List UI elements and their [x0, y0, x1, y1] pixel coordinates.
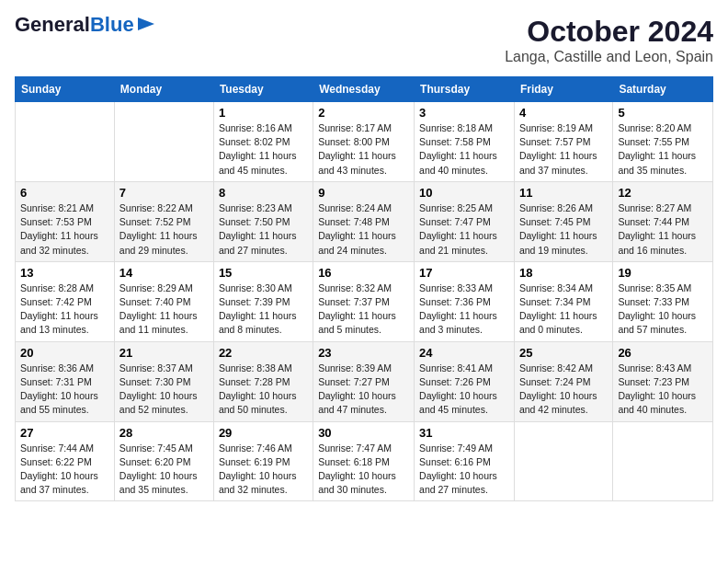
day-info: Sunrise: 8:36 AMSunset: 7:31 PMDaylight:…: [20, 362, 98, 416]
logo-icon: [136, 14, 156, 34]
day-number: 23: [318, 346, 409, 360]
logo-text: GeneralBlue: [15, 15, 134, 35]
day-number: 5: [618, 106, 708, 120]
day-cell: 3Sunrise: 8:18 AMSunset: 7:58 PMDaylight…: [415, 102, 515, 182]
day-number: 19: [618, 266, 708, 280]
day-info: Sunrise: 8:24 AMSunset: 7:48 PMDaylight:…: [318, 202, 396, 256]
header-day-tuesday: Tuesday: [213, 77, 313, 102]
day-number: 29: [219, 426, 308, 440]
day-info: Sunrise: 8:16 AMSunset: 8:02 PMDaylight:…: [219, 122, 297, 176]
day-cell: [114, 102, 213, 182]
day-cell: [16, 102, 115, 182]
day-cell: 27Sunrise: 7:44 AMSunset: 6:22 PMDayligh…: [16, 421, 115, 501]
day-cell: 29Sunrise: 7:46 AMSunset: 6:19 PMDayligh…: [213, 421, 313, 501]
day-number: 18: [519, 266, 608, 280]
day-info: Sunrise: 8:39 AMSunset: 7:27 PMDaylight:…: [318, 362, 396, 416]
header-day-thursday: Thursday: [415, 77, 515, 102]
day-number: 31: [419, 426, 509, 440]
day-number: 26: [618, 346, 708, 360]
day-info: Sunrise: 8:23 AMSunset: 7:50 PMDaylight:…: [219, 202, 297, 256]
header-day-monday: Monday: [114, 77, 213, 102]
day-cell: 23Sunrise: 8:39 AMSunset: 7:27 PMDayligh…: [313, 341, 415, 421]
day-number: 7: [119, 186, 209, 200]
day-info: Sunrise: 7:47 AMSunset: 6:18 PMDaylight:…: [318, 442, 396, 496]
day-number: 22: [219, 346, 308, 360]
day-cell: 17Sunrise: 8:33 AMSunset: 7:36 PMDayligh…: [415, 261, 515, 341]
day-info: Sunrise: 8:18 AMSunset: 7:58 PMDaylight:…: [419, 122, 497, 176]
day-cell: [613, 421, 713, 501]
header-day-saturday: Saturday: [613, 77, 713, 102]
day-info: Sunrise: 8:29 AMSunset: 7:40 PMDaylight:…: [119, 282, 198, 336]
day-number: 10: [419, 186, 509, 200]
day-number: 30: [318, 426, 409, 440]
page-header: GeneralBlue October 2024 Langa, Castille…: [15, 15, 713, 65]
day-cell: [514, 421, 612, 501]
day-number: 1: [219, 106, 308, 120]
day-info: Sunrise: 8:38 AMSunset: 7:28 PMDaylight:…: [219, 362, 297, 416]
day-number: 24: [419, 346, 509, 360]
day-cell: 11Sunrise: 8:26 AMSunset: 7:45 PMDayligh…: [514, 181, 612, 261]
day-cell: 12Sunrise: 8:27 AMSunset: 7:44 PMDayligh…: [613, 181, 713, 261]
day-cell: 8Sunrise: 8:23 AMSunset: 7:50 PMDaylight…: [213, 181, 313, 261]
day-info: Sunrise: 8:34 AMSunset: 7:34 PMDaylight:…: [519, 282, 597, 336]
day-number: 21: [119, 346, 209, 360]
day-number: 20: [20, 346, 109, 360]
week-row-1: 1Sunrise: 8:16 AMSunset: 8:02 PMDaylight…: [16, 102, 713, 182]
day-cell: 21Sunrise: 8:37 AMSunset: 7:30 PMDayligh…: [114, 341, 213, 421]
day-info: Sunrise: 8:28 AMSunset: 7:42 PMDaylight:…: [20, 282, 98, 336]
header-day-wednesday: Wednesday: [313, 77, 415, 102]
day-cell: 25Sunrise: 8:42 AMSunset: 7:24 PMDayligh…: [514, 341, 612, 421]
header-day-sunday: Sunday: [16, 77, 115, 102]
day-cell: 14Sunrise: 8:29 AMSunset: 7:40 PMDayligh…: [114, 261, 213, 341]
week-row-5: 27Sunrise: 7:44 AMSunset: 6:22 PMDayligh…: [16, 421, 713, 501]
day-cell: 9Sunrise: 8:24 AMSunset: 7:48 PMDaylight…: [313, 181, 415, 261]
day-info: Sunrise: 8:21 AMSunset: 7:53 PMDaylight:…: [20, 202, 98, 256]
day-cell: 2Sunrise: 8:17 AMSunset: 8:00 PMDaylight…: [313, 102, 415, 182]
day-cell: 13Sunrise: 8:28 AMSunset: 7:42 PMDayligh…: [16, 261, 115, 341]
day-info: Sunrise: 8:30 AMSunset: 7:39 PMDaylight:…: [219, 282, 297, 336]
day-cell: 5Sunrise: 8:20 AMSunset: 7:55 PMDaylight…: [613, 102, 713, 182]
header-day-friday: Friday: [514, 77, 612, 102]
day-info: Sunrise: 7:46 AMSunset: 6:19 PMDaylight:…: [219, 442, 297, 496]
day-info: Sunrise: 8:41 AMSunset: 7:26 PMDaylight:…: [419, 362, 497, 416]
day-number: 6: [20, 186, 109, 200]
day-info: Sunrise: 8:33 AMSunset: 7:36 PMDaylight:…: [419, 282, 497, 336]
day-info: Sunrise: 8:27 AMSunset: 7:44 PMDaylight:…: [618, 202, 696, 256]
day-number: 2: [318, 106, 409, 120]
day-number: 28: [119, 426, 209, 440]
day-info: Sunrise: 8:19 AMSunset: 7:57 PMDaylight:…: [519, 122, 597, 176]
location-title: Langa, Castille and Leon, Spain: [505, 49, 713, 65]
day-cell: 19Sunrise: 8:35 AMSunset: 7:33 PMDayligh…: [613, 261, 713, 341]
day-info: Sunrise: 8:37 AMSunset: 7:30 PMDaylight:…: [119, 362, 198, 416]
day-number: 16: [318, 266, 409, 280]
day-cell: 7Sunrise: 8:22 AMSunset: 7:52 PMDaylight…: [114, 181, 213, 261]
calendar-table: SundayMondayTuesdayWednesdayThursdayFrid…: [15, 76, 713, 501]
day-info: Sunrise: 8:42 AMSunset: 7:24 PMDaylight:…: [519, 362, 597, 416]
day-cell: 24Sunrise: 8:41 AMSunset: 7:26 PMDayligh…: [415, 341, 515, 421]
day-cell: 16Sunrise: 8:32 AMSunset: 7:37 PMDayligh…: [313, 261, 415, 341]
week-row-3: 13Sunrise: 8:28 AMSunset: 7:42 PMDayligh…: [16, 261, 713, 341]
day-number: 14: [119, 266, 209, 280]
month-title: October 2024: [505, 15, 713, 49]
day-number: 12: [618, 186, 708, 200]
title-block: October 2024 Langa, Castille and Leon, S…: [505, 15, 713, 65]
logo: GeneralBlue: [15, 15, 156, 35]
day-cell: 20Sunrise: 8:36 AMSunset: 7:31 PMDayligh…: [16, 341, 115, 421]
day-number: 3: [419, 106, 509, 120]
day-number: 4: [519, 106, 608, 120]
day-info: Sunrise: 8:20 AMSunset: 7:55 PMDaylight:…: [618, 122, 696, 176]
day-info: Sunrise: 7:49 AMSunset: 6:16 PMDaylight:…: [419, 442, 497, 496]
week-row-2: 6Sunrise: 8:21 AMSunset: 7:53 PMDaylight…: [16, 181, 713, 261]
day-number: 9: [318, 186, 409, 200]
day-cell: 26Sunrise: 8:43 AMSunset: 7:23 PMDayligh…: [613, 341, 713, 421]
day-number: 25: [519, 346, 608, 360]
day-cell: 28Sunrise: 7:45 AMSunset: 6:20 PMDayligh…: [114, 421, 213, 501]
day-cell: 15Sunrise: 8:30 AMSunset: 7:39 PMDayligh…: [213, 261, 313, 341]
day-info: Sunrise: 7:44 AMSunset: 6:22 PMDaylight:…: [20, 442, 98, 496]
day-number: 27: [20, 426, 109, 440]
day-number: 11: [519, 186, 608, 200]
header-row: SundayMondayTuesdayWednesdayThursdayFrid…: [16, 77, 713, 102]
day-cell: 18Sunrise: 8:34 AMSunset: 7:34 PMDayligh…: [514, 261, 612, 341]
day-info: Sunrise: 8:26 AMSunset: 7:45 PMDaylight:…: [519, 202, 597, 256]
svg-marker-0: [138, 17, 154, 30]
